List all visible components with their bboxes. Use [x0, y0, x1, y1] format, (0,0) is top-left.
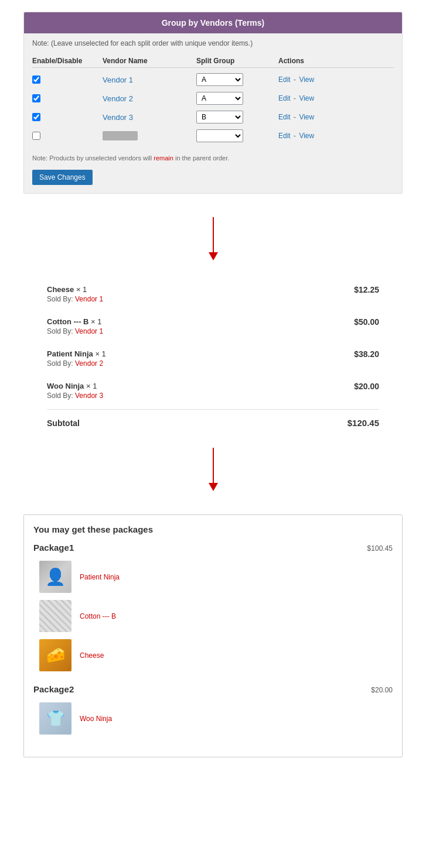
item-info-0: Cheese × 1 Sold By: Vendor 1: [47, 285, 103, 303]
sold-by-1: Sold By: Vendor 1: [47, 327, 103, 335]
split-group-2[interactable]: A B C: [196, 92, 278, 105]
split-select-2[interactable]: A B C: [196, 92, 243, 105]
package-1-name: Package1: [33, 543, 74, 553]
cheese-image: [39, 639, 71, 671]
item-name-text-0: Cheese: [47, 285, 74, 294]
view-link-2[interactable]: View: [299, 94, 314, 102]
package-item-woo-ninja: Woo Ninja: [33, 699, 393, 738]
vendor-note: Note: Products by unselected vendors wil…: [24, 151, 402, 165]
package-item-name-cheese: Cheese: [80, 651, 104, 660]
package-2-header: Package2 $20.00: [33, 684, 393, 694]
edit-link-4[interactable]: Edit: [278, 132, 291, 140]
split-select-1[interactable]: A B C: [196, 73, 243, 86]
item-qty-1: × 1: [91, 317, 101, 326]
order-item-3: Woo Ninja × 1 Sold By: Vendor 3 $20.00: [47, 375, 379, 407]
enable-checkbox-1[interactable]: [32, 76, 103, 84]
vendor-group-panel: Group by Vendors (Terms) Note: (Leave un…: [23, 12, 403, 194]
vendor-table: Enable/Disable Vendor Name Split Group A…: [24, 51, 402, 151]
package-2-price: $20.00: [371, 686, 393, 694]
actions-4: Edit - View: [278, 132, 349, 140]
vendor-link-2[interactable]: Vendor 2: [103, 94, 133, 103]
split-group-3[interactable]: A B C: [196, 111, 278, 123]
packages-section: You may get these packages Package1 $100…: [23, 514, 403, 757]
table-row: Vendor 4 A B Edit - View: [32, 126, 394, 145]
col-vendor: Vendor Name: [103, 57, 196, 65]
arrow-head-2: [209, 483, 218, 491]
vendor-name-4: Vendor 4: [103, 131, 196, 140]
table-header: Enable/Disable Vendor Name Split Group A…: [32, 54, 394, 68]
subtotal-value: $120.45: [347, 418, 379, 428]
item-info-3: Woo Ninja × 1 Sold By: Vendor 3: [47, 382, 103, 400]
order-item-2: Patient Ninja × 1 Sold By: Vendor 2 $38.…: [47, 342, 379, 375]
panel-note: Note: (Leave unselected for each split o…: [24, 33, 402, 51]
arrow-line-1: [213, 217, 214, 252]
package-item-name-patient-ninja: Patient Ninja: [80, 573, 120, 581]
item-qty-0: × 1: [76, 285, 87, 294]
arrow-line-2: [213, 448, 214, 483]
sold-by-link-3[interactable]: Vendor 3: [75, 392, 103, 400]
table-row: Vendor 3 A B C Edit - View: [32, 108, 394, 126]
split-group-1[interactable]: A B C: [196, 73, 278, 86]
arrow-down-1: [209, 217, 218, 260]
view-link-4[interactable]: View: [299, 132, 314, 140]
item-name-text-2: Patient Ninja: [47, 349, 93, 358]
item-name-1: Cotton --- B × 1: [47, 317, 103, 326]
table-row: Vendor 2 A B C Edit - View: [32, 89, 394, 108]
edit-link-1[interactable]: Edit: [278, 76, 291, 84]
item-info-1: Cotton --- B × 1 Sold By: Vendor 1: [47, 317, 103, 335]
patient-ninja-image: [39, 561, 71, 593]
checkbox-input-4[interactable]: [32, 132, 40, 140]
sold-by-3: Sold By: Vendor 3: [47, 392, 103, 400]
checkbox-input-1[interactable]: [32, 76, 40, 84]
arrow-down-2: [209, 448, 218, 491]
edit-link-3[interactable]: Edit: [278, 113, 291, 121]
order-item-1: Cotton --- B × 1 Sold By: Vendor 1 $50.0…: [47, 310, 379, 342]
split-select-3[interactable]: A B C: [196, 111, 243, 123]
sold-by-2: Sold By: Vendor 2: [47, 359, 106, 368]
package-2-name: Package2: [33, 684, 74, 694]
vendor-masked-4: Vendor 4: [103, 131, 138, 140]
subtotal-label: Subtotal: [47, 418, 80, 428]
actions-1: Edit - View: [278, 76, 349, 84]
actions-2: Edit - View: [278, 94, 349, 102]
sold-by-link-1[interactable]: Vendor 1: [75, 327, 103, 335]
arrow-head-1: [209, 252, 218, 260]
item-name-2: Patient Ninja × 1: [47, 349, 106, 358]
view-link-1[interactable]: View: [299, 76, 314, 84]
item-price-0: $12.25: [354, 285, 379, 294]
save-changes-button[interactable]: Save Changes: [32, 170, 93, 185]
enable-checkbox-2[interactable]: [32, 94, 103, 102]
package-item-name-cotton: Cotton --- B: [80, 612, 116, 620]
sep-1: -: [294, 76, 298, 84]
vendor-link-1[interactable]: Vendor 1: [103, 76, 133, 84]
split-group-4[interactable]: A B: [196, 129, 278, 142]
vendor-name-1: Vendor 1: [103, 76, 196, 84]
sep-2: -: [294, 94, 298, 102]
enable-checkbox-3[interactable]: [32, 113, 103, 121]
checkbox-input-3[interactable]: [32, 113, 40, 121]
split-select-4[interactable]: A B: [196, 129, 243, 142]
note-highlight: remain: [154, 155, 173, 162]
item-info-2: Patient Ninja × 1 Sold By: Vendor 2: [47, 349, 106, 368]
order-item-0: Cheese × 1 Sold By: Vendor 1 $12.25: [47, 278, 379, 310]
vendor-link-3[interactable]: Vendor 3: [103, 113, 133, 122]
cotton-image: [39, 600, 71, 632]
packages-title: You may get these packages: [33, 524, 393, 534]
order-items-section: Cheese × 1 Sold By: Vendor 1 $12.25 Cott…: [0, 272, 426, 436]
checkbox-input-2[interactable]: [32, 94, 40, 102]
woo-ninja-image: [39, 702, 71, 735]
sold-by-link-0[interactable]: Vendor 1: [75, 295, 103, 303]
enable-checkbox-4[interactable]: [32, 132, 103, 140]
item-qty-3: × 1: [86, 382, 97, 390]
arrow-2: [0, 436, 426, 503]
col-enable: Enable/Disable: [32, 57, 103, 65]
edit-link-2[interactable]: Edit: [278, 94, 291, 102]
view-link-3[interactable]: View: [299, 113, 314, 121]
package-item-name-woo-ninja: Woo Ninja: [80, 715, 112, 723]
package-2: Package2 $20.00 Woo Ninja: [33, 684, 393, 738]
vendor-name-2: Vendor 2: [103, 94, 196, 103]
col-actions: Actions: [278, 57, 349, 65]
subtotal-row: Subtotal $120.45: [47, 409, 379, 430]
item-name-text-1: Cotton --- B: [47, 317, 88, 326]
sold-by-link-2[interactable]: Vendor 2: [75, 359, 103, 368]
